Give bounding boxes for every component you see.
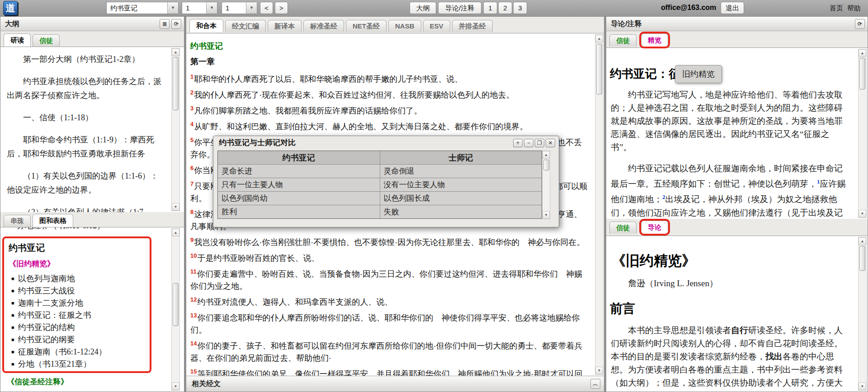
chart-link-label[interactable]: 约书亚记：征服之书 (18, 311, 91, 320)
scroll-down-arrow[interactable]: ▼ (542, 211, 550, 219)
outline-toggle-button[interactable]: 大纲 (410, 2, 436, 14)
tab-csb[interactable]: 标准圣经 (303, 20, 344, 32)
scroll-down-arrow[interactable]: ▼ (859, 210, 866, 217)
tab-cuv[interactable]: 和合本 (189, 19, 223, 32)
verse-number[interactable]: 5 (190, 137, 193, 143)
collapse-icon[interactable]: ︿ (590, 379, 600, 389)
list-icon[interactable]: ≣ (160, 19, 170, 29)
verse-number[interactable]: 4 (190, 121, 193, 128)
tab-net[interactable]: NET圣经 (346, 20, 387, 32)
verse-number[interactable]: 1 (190, 73, 193, 80)
tab-chuanzhu[interactable]: 串珠 (4, 215, 31, 227)
tab-jinglan[interactable]: 精览 (641, 33, 668, 47)
commentary-toggle-button[interactable]: 导论/注释 (438, 2, 481, 14)
scroll-down-arrow[interactable]: ▼ (172, 383, 179, 390)
close-icon[interactable]: ✕ (546, 139, 555, 147)
columns-3-button[interactable]: 3 (513, 2, 527, 14)
scroll-up-arrow[interactable]: ▲ (595, 35, 603, 43)
verse-number[interactable]: 6 (190, 165, 193, 171)
chart-link-label[interactable]: 迦南十二支派分地 (18, 298, 83, 307)
chapter-select[interactable]: 1 ▼ (182, 2, 217, 14)
tab-xintu[interactable]: 信徒 (609, 34, 637, 47)
charts-scrollbar[interactable]: ▲ ▼ (171, 228, 180, 391)
scroll-down-arrow[interactable]: ▼ (859, 383, 866, 390)
comparison-dialog[interactable]: 约书亚记与士师记对比 + − ❐ ✕ 约书亚记 士师记 灵命长进 灵命倒退 只有… (213, 136, 559, 227)
verse-number[interactable]: 9 (190, 236, 193, 243)
tab-concordance[interactable]: 经文汇编 (225, 20, 266, 32)
app-logo[interactable]: 道 (3, 1, 18, 15)
scroll-up-arrow[interactable]: ▲ (172, 48, 179, 56)
verse-select[interactable]: 1 ▼ (222, 2, 257, 14)
zoom-in-icon[interactable]: + (513, 139, 523, 147)
verse-number[interactable]: 10 (190, 252, 197, 259)
chart-link[interactable]: ■约书亚记的纲要 (9, 334, 145, 346)
chart-link[interactable]: ■征服迦南（书6:1-12:24） (9, 346, 145, 358)
scroll-thumb[interactable] (173, 57, 179, 110)
tab-xintu[interactable]: 信徒 (609, 222, 637, 234)
help-link[interactable]: 帮助 (847, 4, 861, 13)
verse: 10于是约书亚吩咐百姓的官长、说、 (190, 250, 590, 264)
scroll-up-arrow[interactable]: ▲ (859, 49, 866, 57)
scroll-down-arrow[interactable]: ▼ (172, 203, 179, 211)
scroll-up-arrow[interactable]: ▲ (172, 229, 179, 236)
verse-number[interactable]: 11 (190, 268, 197, 275)
commentary-top-scrollbar[interactable]: ▲ ▼ (858, 49, 867, 218)
chart-link[interactable]: ■分地（书13至21章） (9, 358, 145, 370)
dialog-table-scrollbar[interactable]: ▲ ▼ (542, 151, 550, 219)
tab-xintu[interactable]: 信徒 (33, 34, 60, 47)
chevron-down-icon[interactable]: ▼ (167, 2, 178, 14)
chevron-down-icon[interactable]: ▼ (246, 2, 257, 14)
bible-scrollbar[interactable]: ▲ ▼ (595, 34, 604, 375)
verse-number[interactable]: 7 (190, 180, 193, 187)
restore-window-icon[interactable]: ❐ (535, 139, 544, 147)
chart-link-label[interactable]: 约书亚记的结构 (18, 323, 75, 332)
logout-button[interactable]: 退出 (721, 2, 744, 14)
verse-number[interactable]: 14 (190, 340, 197, 347)
outline-scrollbar[interactable]: ▲ ▼ (171, 48, 180, 211)
scroll-up-arrow[interactable]: ▲ (859, 237, 866, 245)
refresh-icon[interactable]: ⟳ (171, 19, 181, 29)
scroll-down-arrow[interactable]: ▼ (595, 367, 603, 374)
chart-link[interactable]: ■约书亚记：征服之书 (9, 309, 145, 321)
chart-link[interactable]: ■以色列与迦南地 (9, 273, 145, 285)
chart-link[interactable]: ■迦南十二支派分地 (9, 297, 145, 309)
verse-number[interactable]: 2 (190, 89, 193, 96)
verse-number[interactable]: 8 (190, 208, 193, 215)
columns-2-button[interactable]: 2 (498, 2, 512, 14)
verse-number[interactable]: 13 (190, 312, 197, 319)
chart-link-label[interactable]: 分地（书13至21章） (18, 359, 91, 368)
chart-link-label[interactable]: 征服迦南（书6:1-12:24） (18, 347, 107, 356)
tab-yandu[interactable]: 研读 (4, 33, 31, 47)
chart-link-label[interactable]: 约书亚三大战役 (18, 286, 75, 295)
zoom-out-icon[interactable]: − (524, 139, 533, 147)
scroll-thumb[interactable] (173, 283, 179, 326)
chart-link-label[interactable]: 约书亚记的纲要 (18, 335, 75, 344)
verse-number[interactable]: 15 (190, 368, 197, 375)
chart-link-label[interactable]: 以色列与迦南地 (18, 274, 75, 283)
home-link[interactable]: 首页 (830, 4, 843, 13)
book-select[interactable]: 约书亚记 ▼ (106, 2, 179, 14)
tab-parallel[interactable]: 并排圣经 (452, 20, 493, 32)
tab-nasb[interactable]: NASB (388, 20, 421, 32)
tab-ncv[interactable]: 新译本 (268, 20, 302, 32)
scroll-thumb[interactable] (543, 160, 549, 170)
scroll-thumb[interactable] (859, 246, 865, 271)
tab-daolun[interactable]: 导论 (641, 221, 668, 234)
tab-esv[interactable]: ESV (423, 20, 450, 32)
scroll-thumb[interactable] (859, 58, 865, 90)
prev-chapter-button[interactable]: < (260, 2, 273, 14)
clipped-list-item[interactable]: 分地经界（书3:11-6:12） (17, 227, 184, 234)
scroll-thumb[interactable] (596, 44, 602, 94)
chart-link[interactable]: ■约书亚三大战役 (9, 285, 145, 297)
chart-link[interactable]: ■约书亚记的结构 (9, 321, 145, 334)
refresh-icon[interactable]: ⟳ (855, 19, 865, 29)
chevron-down-icon[interactable]: ▼ (206, 2, 217, 14)
commentary-bottom-scrollbar[interactable]: ▲ ▼ (858, 237, 867, 391)
tab-charts-tables[interactable]: 图和表格 (33, 214, 73, 227)
table-cell: 只有一位主要人物 (218, 178, 380, 191)
next-chapter-button[interactable]: > (275, 2, 288, 14)
scroll-up-arrow[interactable]: ▲ (542, 151, 550, 159)
verse-number[interactable]: 12 (190, 296, 197, 303)
verse-number[interactable]: 3 (190, 105, 193, 112)
columns-1-button[interactable]: 1 (483, 2, 497, 14)
